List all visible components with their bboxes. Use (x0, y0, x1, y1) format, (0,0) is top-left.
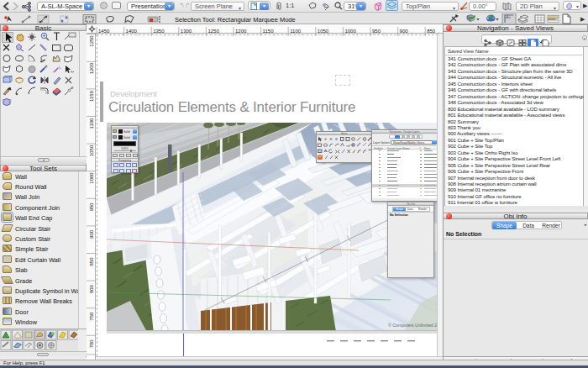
svg-text:1200: 1200 (89, 62, 94, 74)
svg-text:950: 950 (89, 202, 94, 212)
svg-text:1250: 1250 (89, 35, 94, 47)
svg-text:1050: 1050 (89, 145, 94, 156)
svg-text:© Computers Unlimited 2015: © Computers Unlimited 2015 (388, 323, 438, 328)
svg-text:900: 900 (89, 229, 94, 239)
svg-text:800: 800 (89, 284, 94, 293)
svg-text:1100: 1100 (290, 29, 302, 34)
svg-text:950: 950 (372, 29, 381, 34)
svg-text:700: 700 (89, 339, 94, 349)
svg-text:1450: 1450 (98, 29, 110, 34)
svg-text:1300: 1300 (181, 29, 192, 34)
svg-text:1200: 1200 (235, 29, 247, 34)
svg-text:900: 900 (400, 29, 409, 34)
svg-text:1350: 1350 (153, 29, 165, 34)
svg-text:1100: 1100 (89, 118, 94, 129)
svg-text:1150: 1150 (89, 90, 94, 102)
svg-text:1000: 1000 (89, 172, 94, 184)
svg-text:850: 850 (89, 257, 94, 266)
svg-text:1150: 1150 (263, 29, 275, 34)
svg-text:1400: 1400 (126, 29, 138, 34)
svg-text:1050: 1050 (318, 29, 329, 34)
svg-text:1000: 1000 (344, 29, 356, 34)
svg-text:1250: 1250 (207, 29, 219, 34)
svg-text:750: 750 (89, 312, 94, 321)
svg-text:850: 850 (427, 29, 436, 34)
